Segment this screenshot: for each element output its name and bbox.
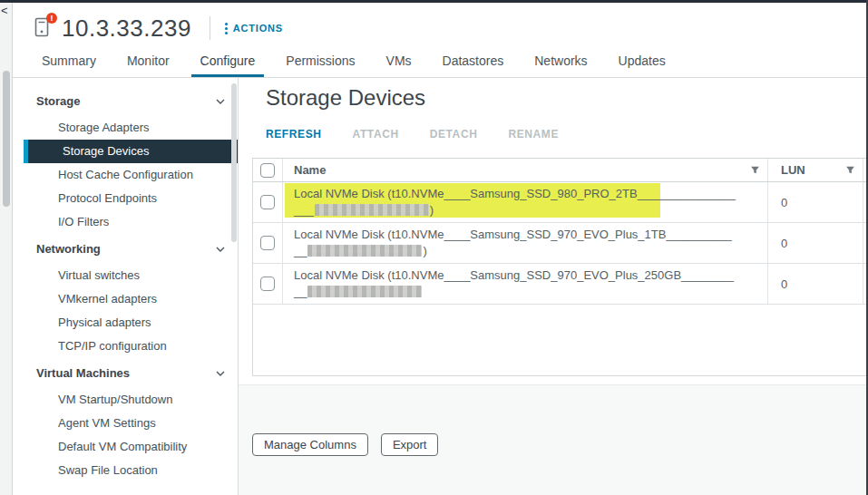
column-header-name: Name [294,163,326,177]
divider [210,16,210,40]
row-checkbox[interactable] [260,277,275,291]
sidebar-item-swap-file-location[interactable]: Swap File Location [13,459,238,482]
sidebar-item-protocol-endpoints[interactable]: Protocol Endpoints [13,187,238,210]
configure-sidebar: Storage Storage Adapters Storage Devices… [13,79,238,495]
manage-columns-button[interactable]: Manage Columns [252,433,368,456]
page-title: 10.3.33.239 [62,15,191,43]
redacted-serial [307,286,422,297]
sidebar-group-networking[interactable]: Networking [13,234,238,264]
lun-value: 0 [781,237,787,250]
lun-value: 0 [781,277,787,291]
sidebar-item-storage-adapters[interactable]: Storage Adapters [13,116,238,140]
host-icon: ! [33,16,53,40]
sidebar-group-virtual-machines[interactable]: Virtual Machines [13,358,238,388]
tab-networks[interactable]: Networks [522,45,600,77]
grid-toolbar: REFRESH ATTACH DETACH RENAME [266,128,559,141]
collapsed-inventory-panel: < [0,3,13,495]
sidebar-item-virtual-switches[interactable]: Virtual switches [13,264,238,287]
export-button[interactable]: Export [381,433,439,456]
collapse-panel-icon[interactable]: < [1,5,8,17]
attach-button: ATTACH [353,128,399,141]
tab-bar: Summary Monitor Configure Permissions VM… [29,45,684,77]
filter-icon[interactable] [750,165,760,175]
section-title: Storage Devices [266,85,425,111]
sidebar-item-storage-devices[interactable]: Storage Devices [24,140,238,163]
tab-permissions[interactable]: Permissions [273,45,367,77]
sidebar-item-vmkernel-adapters[interactable]: VMkernel adapters [13,287,238,311]
object-header: ! 10.3.33.239 ACTIONS Summary Monitor Co… [13,3,866,78]
grid-footer: Manage Columns Export [252,433,438,456]
sidebar-scrollbar[interactable] [231,83,237,242]
main-panel: Storage Devices REFRESH ATTACH DETACH RE… [239,78,868,495]
sidebar-item-vm-startup-shutdown[interactable]: VM Startup/Shutdown [13,388,238,412]
lun-value: 0 [781,196,787,209]
redacted-serial [307,245,422,257]
chevron-down-icon [216,97,225,106]
storage-devices-grid: Name LUN Local NVMe Disk (t10.NVMe____Sa… [252,158,868,376]
rename-button: RENAME [508,128,559,141]
device-name: Local NVMe Disk (t10.NVMe____Samsung_SSD… [294,267,734,300]
sidebar-group-storage[interactable]: Storage [13,86,238,116]
refresh-button[interactable]: REFRESH [266,128,322,141]
sidebar-item-io-filters[interactable]: I/O Filters [13,210,238,234]
tab-summary[interactable]: Summary [29,45,109,77]
filter-icon[interactable] [845,165,855,175]
sidebar-item-agent-vm-settings[interactable]: Agent VM Settings [13,412,238,435]
column-header-lun: LUN [781,163,805,177]
sidebar-item-physical-adapters[interactable]: Physical adapters [13,311,238,335]
table-row[interactable]: Local NVMe Disk (t10.NVMe____Samsung_SSD… [253,264,868,305]
kebab-icon [225,23,228,34]
select-all-checkbox[interactable] [260,163,275,178]
grid-header-row: Name LUN [253,158,868,182]
detach-button: DETACH [430,128,478,141]
row-checkbox[interactable] [260,195,275,209]
redacted-serial [315,204,429,216]
window-top-edge [0,0,868,3]
chevron-down-icon [216,245,225,254]
tab-datastores[interactable]: Datastores [430,45,517,77]
table-row[interactable]: Local NVMe Disk (t10.NVMe____Samsung_SSD… [253,182,868,223]
alert-badge: ! [46,13,57,24]
device-name: Local NVMe Disk (t10.NVMe____Samsung_SSD… [294,186,736,218]
tab-monitor[interactable]: Monitor [114,45,182,77]
sidebar-item-host-cache-configuration[interactable]: Host Cache Configuration [13,163,238,187]
sidebar-item-tcpip-configuration[interactable]: TCP/IP configuration [13,335,238,358]
actions-button[interactable]: ACTIONS [225,23,283,34]
tab-updates[interactable]: Updates [606,45,678,77]
sidebar-item-default-vm-compatibility[interactable]: Default VM Compatibility [13,435,238,459]
tab-configure[interactable]: Configure [188,45,268,77]
device-name: Local NVMe Disk (t10.NVMe____Samsung_SSD… [294,227,732,259]
chevron-down-icon [216,369,225,378]
row-checkbox[interactable] [260,236,275,250]
table-row[interactable]: Local NVMe Disk (t10.NVMe____Samsung_SSD… [253,223,868,264]
panel-scrollbar[interactable] [3,71,10,207]
tab-vms[interactable]: VMs [374,45,424,77]
